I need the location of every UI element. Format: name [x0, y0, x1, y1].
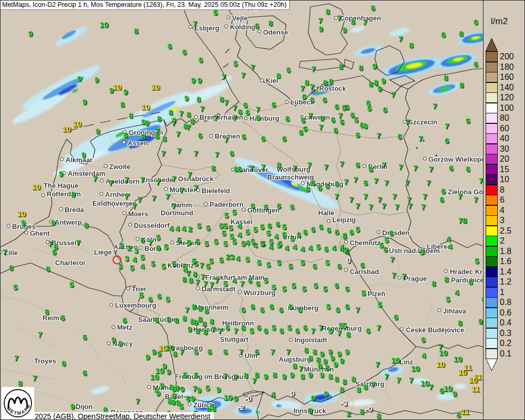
temp-value: 7: [194, 149, 198, 158]
city-marker-icon: [164, 187, 168, 191]
temp-value: 8: [134, 26, 138, 35]
temp-value: 4: [182, 224, 186, 233]
temp-value: 4: [455, 288, 459, 297]
temp-value: 6: [340, 117, 344, 126]
city-marker-icon: [204, 202, 208, 206]
temp-value: 6: [167, 41, 172, 50]
temp-value: 2: [188, 224, 192, 233]
temp-value: 7: [382, 160, 386, 169]
legend-color-swatch: [486, 144, 498, 154]
city-label: Moers: [128, 210, 148, 218]
city-marker-icon: [314, 87, 318, 90]
temp-value: 5: [257, 258, 261, 267]
temp-value: 7: [402, 271, 406, 280]
legend-color-swatch: [486, 308, 498, 318]
temp-value: 7: [310, 82, 314, 91]
temp-value: 6: [250, 201, 255, 210]
legend-color-swatch: [486, 236, 498, 246]
temp-value: 7: [429, 382, 433, 391]
temp-value: 8: [272, 370, 277, 379]
city-label: Saarbrücken: [138, 316, 180, 323]
city-label: Halle: [318, 209, 334, 217]
temp-value: 9: [118, 339, 122, 348]
temp-value: 7: [369, 202, 373, 211]
city-marker-icon: [344, 240, 348, 244]
temp-value: 5: [156, 233, 160, 242]
temp-value: 8: [204, 306, 208, 315]
legend-color-swatch: [486, 215, 498, 226]
temp-value: 7: [363, 17, 367, 26]
temp-value: 6: [334, 281, 339, 290]
temp-value: 7: [376, 323, 381, 332]
temp-value: 7: [261, 162, 265, 171]
city-marker-icon: [122, 141, 126, 144]
temp-value: 6: [237, 164, 242, 173]
temp-value: 3: [230, 252, 234, 261]
temp-value: 9: [21, 218, 25, 227]
temp-value: 5: [446, 295, 450, 303]
temp-value: 8: [120, 100, 124, 109]
temp-value: 6: [264, 202, 268, 211]
city-label: Dijon: [76, 403, 93, 411]
temp-value: 5: [367, 103, 371, 112]
temp-value: 5: [223, 239, 227, 248]
temp-value: 8: [326, 7, 330, 16]
city-label: Esbjerg: [194, 24, 219, 32]
temp-value: 9: [372, 61, 376, 70]
temp-value: 5: [266, 228, 270, 237]
temp-value: 9: [333, 360, 338, 369]
city-label: Rotterdam: [47, 190, 81, 198]
temp-value: 8: [173, 349, 177, 358]
temp-value: 6: [140, 235, 144, 244]
legend-color-swatch: [486, 185, 498, 195]
temp-value: 6: [198, 131, 202, 140]
temp-value: 6: [466, 164, 470, 173]
temp-value: 6: [256, 279, 260, 288]
temp-value: 9: [82, 97, 87, 106]
temp-value: 7: [211, 324, 215, 333]
temp-value: 9: [59, 169, 63, 178]
legend-color-swatch: [486, 349, 498, 359]
temp-value: 4: [175, 224, 180, 233]
temp-value: 4: [232, 276, 236, 285]
city-label: Breda: [65, 206, 84, 214]
temp-value: 6: [285, 114, 289, 123]
temp-value: 11: [471, 384, 480, 393]
temp-value: 8: [182, 313, 186, 322]
temp-value: 7: [307, 160, 311, 169]
temp-value: 7: [392, 270, 396, 279]
temp-value: 5: [328, 326, 332, 335]
temp-value: 7: [109, 178, 113, 187]
temp-value: 7: [152, 193, 156, 202]
temp-value: 5: [354, 115, 358, 124]
city-label: České Budějovice: [406, 326, 464, 334]
temp-value: 6: [439, 386, 444, 395]
temp-value: 7: [318, 16, 322, 25]
temp-value: 8: [276, 71, 280, 80]
temp-value: 9: [156, 388, 160, 397]
temp-value: 6: [334, 102, 339, 111]
temp-value: 7: [409, 375, 413, 384]
temp-value: 5: [260, 239, 264, 248]
temp-value: 8: [369, 79, 373, 88]
city-label: Düsseldorf: [134, 222, 170, 229]
temp-value: 7: [479, 176, 483, 185]
city-label: Dortmund: [161, 209, 193, 217]
temp-value: 6: [389, 228, 393, 237]
temp-value: 6: [318, 183, 322, 192]
temp-value: -2: [237, 403, 244, 412]
temp-value: 7: [474, 195, 478, 204]
temp-value: 6: [245, 108, 249, 117]
temp-value: 7: [433, 101, 437, 110]
city-label: Zwolle: [109, 163, 130, 171]
temp-value: 7: [405, 117, 410, 126]
city-label: Osnabrück: [178, 175, 214, 183]
city-marker-icon: [110, 303, 113, 307]
temp-value: 4: [169, 224, 173, 233]
temp-value: 6: [302, 92, 306, 101]
temp-value: 11: [464, 363, 472, 372]
temp-value: 5: [197, 221, 201, 230]
temp-value: 7: [438, 342, 443, 351]
temp-value: 8: [346, 330, 350, 339]
temp-value: 7: [250, 62, 255, 71]
